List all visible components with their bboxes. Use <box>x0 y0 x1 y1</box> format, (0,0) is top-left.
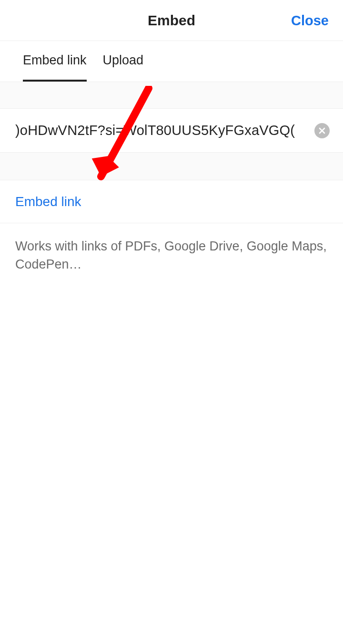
close-button[interactable]: Close <box>291 12 329 28</box>
url-input-row <box>0 109 343 153</box>
help-text: Works with links of PDFs, Google Drive, … <box>0 223 343 274</box>
url-input[interactable] <box>0 109 310 152</box>
clear-input-button[interactable] <box>314 123 330 138</box>
spacer <box>0 82 343 109</box>
tab-bar: Embed link Upload <box>0 41 343 82</box>
close-icon <box>319 127 325 134</box>
embed-action-row: Embed link <box>0 180 343 223</box>
spacer <box>0 153 343 180</box>
dialog-title: Embed <box>148 12 195 29</box>
dialog-header: Embed Close <box>0 0 343 41</box>
tab-embed-link[interactable]: Embed link <box>23 41 87 82</box>
embed-link-button[interactable]: Embed link <box>15 194 81 209</box>
tab-upload[interactable]: Upload <box>103 41 144 82</box>
